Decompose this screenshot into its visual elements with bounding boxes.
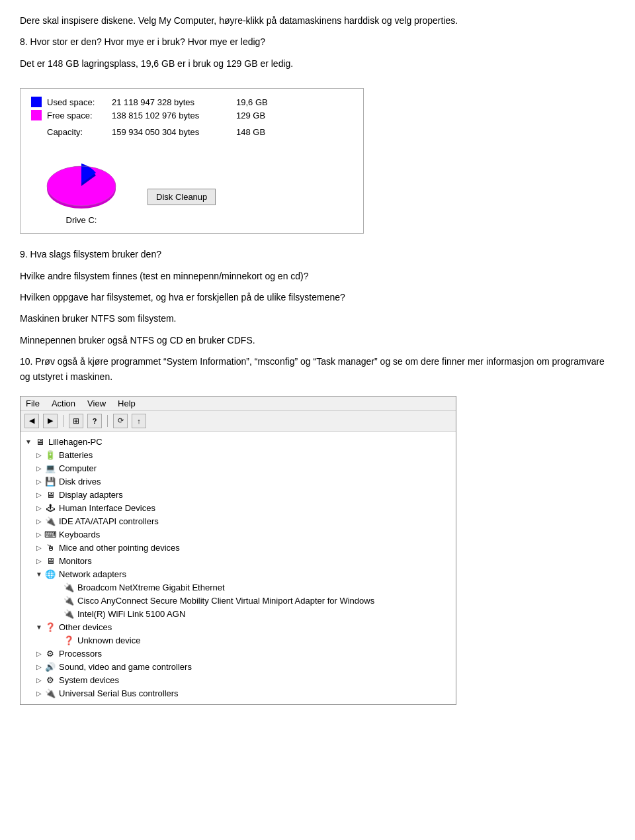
menu-view[interactable]: View [87, 398, 106, 408]
free-color-swatch [31, 110, 42, 120]
tree-item[interactable]: ▷ ⚙ System devices [21, 674, 456, 687]
item-icon: 🖱 [44, 542, 56, 554]
item-icon: 💻 [44, 463, 56, 475]
tree-item[interactable]: 🔌 Cisco AnyConnect Secure Mobility Clien… [21, 594, 456, 608]
item-label: Intel(R) WiFi Link 5100 AGN [77, 609, 185, 619]
toolbar-separator-2 [107, 415, 108, 427]
tree-item[interactable]: ▷ 🕹 Human Interface Devices [21, 502, 456, 515]
used-label: Used space: [47, 97, 106, 107]
item-icon: 🔌 [63, 582, 75, 594]
pie-chart-container: Drive C: [42, 145, 121, 225]
tree-item[interactable]: ▷ 🔊 Sound, video and game controllers [21, 661, 456, 674]
tree-item[interactable]: 🔌 Intel(R) WiFi Link 5100 AGN [21, 608, 456, 621]
menu-help[interactable]: Help [118, 398, 136, 408]
back-button[interactable]: ◀ [24, 414, 39, 428]
root-arrow: ▼ [23, 438, 34, 445]
scan-button[interactable]: ⟳ [113, 414, 128, 428]
tree-item[interactable]: ▷ 🖱 Mice and other pointing devices [21, 541, 456, 555]
item-arrow: ▷ [34, 690, 44, 697]
item-arrow: ▷ [34, 544, 44, 551]
item-icon: 🖥 [44, 489, 56, 501]
tree-item[interactable]: ▷ ⌨ Keyboards [21, 528, 456, 541]
tree-item[interactable]: ❓ Unknown device [21, 634, 456, 647]
item-arrow: ▷ [34, 663, 44, 671]
item-arrow: ▷ [34, 531, 44, 538]
item-arrow: ▷ [34, 557, 44, 565]
item-arrow: ▷ [34, 677, 44, 684]
disk-info-box: Used space: 21 118 947 328 bytes 19,6 GB… [20, 88, 364, 234]
tree-item[interactable]: ▷ 🔌 Universal Serial Bus controllers [21, 687, 456, 700]
item-arrow: ▷ [34, 504, 44, 512]
tree-item[interactable]: ▷ ⚙ Processors [21, 647, 456, 661]
toolbar-separator-1 [63, 415, 64, 427]
item-label: Keyboards [59, 530, 100, 539]
used-bytes: 21 118 947 328 bytes [112, 97, 231, 107]
q9-header: 9. Hva slags filsystem bruker den? [20, 247, 615, 261]
item-icon: ⌨ [44, 529, 56, 541]
tree-item[interactable]: ▼ ❓ Other devices [21, 621, 456, 634]
item-label: Unknown device [77, 635, 140, 645]
intro-line1: Dere skal inspisere diskene. Velg My Com… [20, 13, 615, 28]
properties-button[interactable]: ⊞ [69, 414, 83, 428]
item-label: Computer [59, 463, 97, 473]
computer-icon: 🖥 [34, 436, 46, 448]
item-label: System devices [59, 675, 119, 685]
menu-bar: File Action View Help [21, 397, 456, 411]
item-arrow: ▷ [34, 451, 44, 459]
toolbar: ◀ ▶ ⊞ ? ⟳ ↑ [21, 411, 456, 432]
item-arrow: ▷ [34, 465, 44, 472]
item-icon: 🔊 [44, 661, 56, 673]
item-label: Human Interface Devices [59, 503, 155, 513]
capacity-row: Capacity: 159 934 050 304 bytes 148 GB [31, 127, 353, 137]
item-label: IDE ATA/ATAPI controllers [59, 516, 159, 526]
used-row: Used space: 21 118 947 328 bytes 19,6 GB [31, 97, 353, 107]
q10-header: 10. Prøv også å kjøre programmet “System… [20, 354, 615, 384]
pie-chart [42, 145, 121, 211]
item-arrow: ▼ [34, 624, 44, 631]
update-button[interactable]: ↑ [132, 414, 146, 428]
tree-item[interactable]: ▷ 🔌 IDE ATA/ATAPI controllers [21, 515, 456, 528]
tree-root[interactable]: ▼ 🖥 Lillehagen-PC [21, 436, 456, 449]
capacity-gb: 148 GB [236, 127, 265, 137]
item-arrow: ▷ [34, 491, 44, 498]
tree-item[interactable]: ▼ 🌐 Network adapters [21, 568, 456, 581]
item-icon: 🔌 [44, 688, 56, 700]
item-label: Disk drives [59, 477, 101, 487]
tree-item[interactable]: ▷ 🔋 Batteries [21, 449, 456, 462]
q9-answer1: Maskinen bruker NTFS som filsystem. [20, 311, 615, 326]
tree-item[interactable]: ▷ 🖥 Display adapters [21, 489, 456, 502]
q8-answer: Det er 148 GB lagringsplass, 19,6 GB er … [20, 56, 615, 71]
pie-area: Drive C: Disk Cleanup [31, 145, 353, 225]
item-arrow: ▼ [34, 571, 44, 578]
q8-header: 8. Hvor stor er den? Hvor mye er i bruk?… [20, 34, 615, 49]
used-gb: 19,6 GB [236, 97, 268, 107]
item-label: Monitors [59, 556, 92, 566]
device-tree: ▼ 🖥 Lillehagen-PC ▷ 🔋 Batteries ▷ 💻 Comp… [21, 432, 456, 704]
item-label: Other devices [59, 622, 112, 632]
item-icon: ❓ [63, 635, 75, 647]
tree-item[interactable]: ▷ 💾 Disk drives [21, 475, 456, 489]
menu-file[interactable]: File [26, 398, 40, 408]
tree-item[interactable]: ▷ 💻 Computer [21, 462, 456, 475]
tree-item[interactable]: ▷ 🖥 Monitors [21, 555, 456, 568]
free-label: Free space: [47, 111, 106, 120]
item-icon: 🌐 [44, 569, 56, 581]
item-icon: ⚙ [44, 648, 56, 660]
free-gb: 129 GB [236, 111, 265, 120]
disk-cleanup-button[interactable]: Disk Cleanup [148, 189, 216, 205]
forward-button[interactable]: ▶ [43, 414, 58, 428]
drive-label: Drive C: [66, 215, 97, 225]
item-label: Mice and other pointing devices [59, 543, 180, 553]
help-button[interactable]: ? [87, 414, 102, 428]
item-icon: ⚙ [44, 675, 56, 686]
menu-action[interactable]: Action [52, 398, 75, 408]
item-label: Cisco AnyConnect Secure Mobility Client … [77, 596, 374, 606]
free-bytes: 138 815 102 976 bytes [112, 111, 231, 120]
item-icon: ❓ [44, 622, 56, 633]
item-label: Universal Serial Bus controllers [59, 688, 179, 698]
item-arrow: ▷ [34, 650, 44, 657]
tree-item[interactable]: 🔌 Broadcom NetXtreme Gigabit Ethernet [21, 581, 456, 594]
item-label: Sound, video and game controllers [59, 662, 192, 672]
item-icon: 🔌 [44, 516, 56, 528]
item-label: Processors [59, 649, 102, 659]
